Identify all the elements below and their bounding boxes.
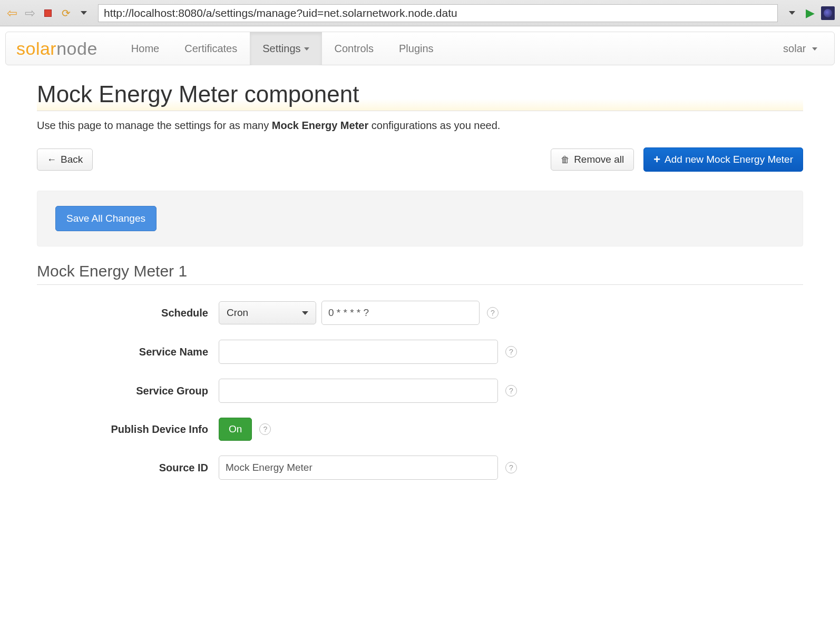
caret-down-icon — [304, 47, 309, 51]
main-navbar: solarnode Home Certificates Settings Con… — [5, 32, 835, 65]
help-icon[interactable]: ? — [487, 307, 499, 319]
browser-history-dropdown[interactable] — [77, 6, 91, 20]
eclipse-icon[interactable] — [821, 6, 835, 20]
desc-bold: Mock Energy Meter — [272, 120, 368, 131]
remove-all-button[interactable]: Remove all — [551, 149, 634, 171]
browser-url-dropdown[interactable] — [785, 6, 799, 20]
nav-settings[interactable]: Settings — [250, 32, 321, 65]
trash-icon — [561, 154, 570, 165]
help-icon[interactable]: ? — [505, 385, 517, 397]
nav-certificates[interactable]: Certificates — [172, 32, 250, 65]
desc-pre: Use this page to manage the settings for… — [37, 120, 272, 131]
add-new-button[interactable]: +Add new Mock Energy Meter — [643, 147, 803, 172]
source-id-input[interactable] — [219, 456, 498, 480]
browser-toolbar: ⇦ ⇨ ⟳ http://localhost:8080/a/settings/m… — [0, 0, 840, 26]
source-id-row: Source ID ? — [37, 456, 803, 480]
browser-forward-button[interactable]: ⇨ — [23, 6, 37, 20]
schedule-mode-select[interactable]: Cron — [219, 301, 316, 324]
nav-user-menu[interactable]: solar — [777, 32, 824, 65]
nav-links: Home Certificates Settings Controls Plug… — [119, 32, 777, 65]
caret-down-icon — [812, 47, 817, 51]
page-title: Mock Energy Meter component — [37, 81, 803, 111]
save-banner: Save All Changes — [37, 191, 803, 246]
save-all-button[interactable]: Save All Changes — [55, 206, 157, 231]
plus-icon: + — [653, 153, 660, 166]
page-description: Use this page to manage the settings for… — [37, 120, 803, 132]
action-bar: Back Remove all +Add new Mock Energy Met… — [37, 147, 803, 172]
chevron-down-icon — [302, 311, 308, 315]
browser-link-icon[interactable]: ⟳ — [59, 6, 73, 20]
nav-home[interactable]: Home — [119, 32, 172, 65]
publish-toggle[interactable]: On — [219, 418, 252, 441]
help-icon[interactable]: ? — [505, 346, 517, 358]
service-group-label: Service Group — [37, 385, 219, 397]
publish-row: Publish Device Info On ? — [37, 418, 803, 441]
service-name-label: Service Name — [37, 346, 219, 358]
nav-plugins[interactable]: Plugins — [386, 32, 446, 65]
browser-address-bar[interactable]: http://localhost:8080/a/settings/manage?… — [98, 4, 778, 22]
arrow-left-icon — [47, 154, 56, 165]
add-new-label: Add new Mock Energy Meter — [665, 154, 793, 165]
publish-label: Publish Device Info — [37, 423, 219, 436]
brand-part1: solar — [16, 38, 56, 58]
help-icon[interactable]: ? — [505, 462, 517, 473]
brand-part2: node — [56, 38, 97, 58]
remove-all-label: Remove all — [574, 154, 624, 165]
service-group-input[interactable] — [219, 379, 498, 403]
nav-settings-label: Settings — [262, 43, 300, 54]
nav-controls[interactable]: Controls — [322, 32, 386, 65]
back-label: Back — [61, 154, 83, 165]
section-heading: Mock Energy Meter 1 — [37, 262, 803, 285]
browser-go-button[interactable]: ▶ — [803, 6, 817, 20]
back-button[interactable]: Back — [37, 149, 93, 171]
schedule-row: Schedule Cron ? — [37, 301, 803, 325]
service-group-row: Service Group ? — [37, 379, 803, 403]
schedule-label: Schedule — [37, 307, 219, 319]
browser-stop-button[interactable] — [41, 6, 55, 20]
help-icon[interactable]: ? — [259, 423, 271, 435]
brand-logo[interactable]: solarnode — [16, 38, 97, 59]
content: Mock Energy Meter component Use this pag… — [0, 71, 840, 516]
nav-user-label: solar — [783, 43, 806, 54]
source-id-label: Source ID — [37, 462, 219, 474]
schedule-mode-value: Cron — [227, 307, 248, 319]
schedule-input[interactable] — [321, 301, 480, 325]
desc-post: configurations as you need. — [368, 120, 500, 131]
browser-back-button[interactable]: ⇦ — [5, 6, 19, 20]
service-name-row: Service Name ? — [37, 340, 803, 364]
service-name-input[interactable] — [219, 340, 498, 364]
